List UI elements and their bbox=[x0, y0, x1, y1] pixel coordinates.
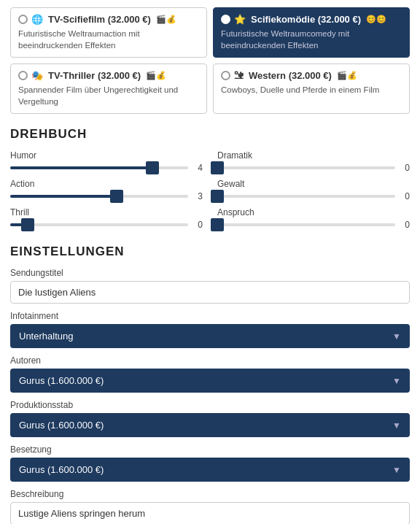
genre-card-scifiekomoedie[interactable]: ⭐Scifiekomödie (32.000 €) 😊😊Futuristisch… bbox=[213, 7, 410, 58]
genre-name-text: TV-Scifiefilm (32.000 €) bbox=[48, 14, 151, 25]
genre-card-western[interactable]: 🏜Western (32.000 €) 🎬💰Cowboys, Duelle un… bbox=[213, 63, 410, 114]
sliders-grid: Humor4Dramatik0Action3Gewalt0Thrill0Ansp… bbox=[10, 150, 410, 230]
genre-card-tv-scifi[interactable]: 🌐TV-Scifiefilm (32.000 €) 🎬💰Futuristisch… bbox=[10, 7, 207, 58]
genre-radio-dot bbox=[18, 71, 28, 80]
besetzung-field: Besetzung Gurus (1.600.000 €) ▼ bbox=[10, 444, 410, 482]
genre-description: Futuristische Weltraumcomedy mit beeindr… bbox=[221, 28, 402, 51]
slider-label: Dramatik bbox=[217, 150, 410, 161]
genre-name-text: Western (32.000 €) bbox=[249, 70, 332, 81]
genre-name-text: TV-Thriller (32.000 €) bbox=[48, 70, 141, 81]
genre-radio-dot bbox=[221, 15, 230, 24]
slider-value: 0 bbox=[401, 220, 410, 230]
slider-track[interactable] bbox=[10, 166, 188, 169]
sendungstitel-label: Sendungstitel bbox=[10, 268, 410, 278]
beschreibung-label: Beschreibung bbox=[10, 489, 410, 499]
genre-icon: 🌐 bbox=[31, 14, 43, 25]
slider-row-gewalt: Gewalt0 bbox=[217, 179, 410, 201]
slider-row-thrill: Thrill0 bbox=[10, 207, 203, 230]
autoren-chevron-icon: ▼ bbox=[392, 376, 401, 386]
slider-fill bbox=[10, 166, 152, 169]
sendungstitel-field: Sendungstitel bbox=[10, 268, 410, 304]
infotainment-select[interactable]: Unterhaltung ▼ bbox=[10, 324, 410, 348]
infotainment-value: Unterhaltung bbox=[19, 331, 73, 342]
genre-extra-icons: 🎬💰 bbox=[156, 15, 176, 24]
produktionsstab-label: Produktionsstab bbox=[10, 400, 410, 410]
genre-icon: 🎭 bbox=[31, 70, 43, 81]
beschreibung-field: Beschreibung bbox=[10, 489, 410, 524]
slider-thumb[interactable] bbox=[110, 190, 123, 203]
slider-label: Thrill bbox=[10, 207, 203, 217]
genre-extra-icons: 🎬💰 bbox=[146, 71, 166, 80]
slider-fill bbox=[10, 195, 117, 198]
drehbuch-section: DREHBUCH Humor4Dramatik0Action3Gewalt0Th… bbox=[10, 127, 410, 230]
beschreibung-input[interactable] bbox=[10, 502, 410, 524]
genre-card-header: 🏜Western (32.000 €) 🎬💰 bbox=[221, 70, 402, 81]
autoren-value: Gurus (1.600.000 €) bbox=[19, 375, 104, 386]
genre-radio-dot bbox=[18, 15, 28, 24]
infotainment-label: Infotainment bbox=[10, 311, 410, 321]
slider-row-humor: Humor4 bbox=[10, 150, 203, 173]
slider-value: 0 bbox=[401, 163, 410, 173]
produktionsstab-chevron-icon: ▼ bbox=[392, 420, 401, 431]
genre-icon: ⭐ bbox=[234, 14, 246, 25]
slider-container: 0 bbox=[10, 220, 203, 230]
besetzung-label: Besetzung bbox=[10, 444, 410, 455]
infotainment-chevron-icon: ▼ bbox=[392, 331, 401, 342]
genre-description: Futuristische Weltraumaction mit beeindr… bbox=[18, 28, 199, 51]
slider-label: Anspruch bbox=[217, 207, 410, 217]
slider-container: 0 bbox=[217, 191, 410, 201]
slider-container: 0 bbox=[217, 163, 410, 173]
slider-label: Gewalt bbox=[217, 179, 410, 189]
genre-card-header: 🌐TV-Scifiefilm (32.000 €) 🎬💰 bbox=[18, 14, 199, 25]
genre-grid: 🌐TV-Scifiefilm (32.000 €) 🎬💰Futuristisch… bbox=[10, 7, 410, 114]
slider-thumb[interactable] bbox=[211, 190, 224, 203]
genre-card-header: 🎭TV-Thriller (32.000 €) 🎬💰 bbox=[18, 70, 199, 81]
besetzung-select[interactable]: Gurus (1.600.000 €) ▼ bbox=[10, 458, 410, 482]
slider-value: 3 bbox=[194, 191, 203, 201]
sendungstitel-input[interactable] bbox=[10, 281, 410, 304]
genre-card-tv-thriller[interactable]: 🎭TV-Thriller (32.000 €) 🎬💰Spannender Fil… bbox=[10, 63, 207, 114]
slider-value: 0 bbox=[401, 191, 410, 201]
infotainment-field: Infotainment Unterhaltung ▼ bbox=[10, 311, 410, 348]
produktionsstab-field: Produktionsstab Gurus (1.600.000 €) ▼ bbox=[10, 400, 410, 437]
slider-row-dramatik: Dramatik0 bbox=[217, 150, 410, 173]
slider-track[interactable] bbox=[217, 223, 395, 226]
genre-radio-dot bbox=[221, 71, 230, 80]
drehbuch-title: DREHBUCH bbox=[10, 127, 410, 142]
slider-track[interactable] bbox=[217, 195, 395, 198]
genre-card-header: ⭐Scifiekomödie (32.000 €) 😊😊 bbox=[221, 14, 402, 25]
slider-label: Humor bbox=[10, 150, 203, 161]
slider-value: 4 bbox=[194, 163, 203, 173]
slider-thumb[interactable] bbox=[146, 161, 159, 174]
besetzung-value: Gurus (1.600.000 €) bbox=[19, 464, 104, 475]
produktionsstab-select[interactable]: Gurus (1.600.000 €) ▼ bbox=[10, 413, 410, 437]
slider-thumb[interactable] bbox=[211, 218, 224, 231]
slider-track[interactable] bbox=[10, 195, 188, 198]
slider-row-action: Action3 bbox=[10, 179, 203, 201]
genre-extra-icons: 🎬💰 bbox=[337, 71, 357, 80]
einstellungen-title: EINSTELLUNGEN bbox=[10, 244, 410, 259]
slider-thumb[interactable] bbox=[21, 218, 34, 231]
genre-description: Spannender Film über Ungerechtigkeit und… bbox=[18, 84, 199, 107]
genre-icon: 🏜 bbox=[234, 70, 244, 81]
genre-extra-icons: 😊😊 bbox=[366, 15, 386, 24]
genre-description: Cowboys, Duelle und Pferde in einem Film bbox=[221, 84, 402, 96]
slider-row-anspruch: Anspruch0 bbox=[217, 207, 410, 230]
autoren-label: Autoren bbox=[10, 355, 410, 366]
autoren-field: Autoren Gurus (1.600.000 €) ▼ bbox=[10, 355, 410, 393]
slider-value: 0 bbox=[194, 220, 203, 230]
slider-track[interactable] bbox=[217, 166, 395, 169]
slider-label: Action bbox=[10, 179, 203, 189]
genre-name-text: Scifiekomödie (32.000 €) bbox=[251, 14, 361, 25]
slider-container: 0 bbox=[217, 220, 410, 230]
slider-container: 4 bbox=[10, 163, 203, 173]
produktionsstab-value: Gurus (1.600.000 €) bbox=[19, 420, 104, 431]
slider-thumb[interactable] bbox=[211, 161, 224, 174]
einstellungen-section: EINSTELLUNGEN Sendungstitel Infotainment… bbox=[10, 244, 410, 524]
slider-track[interactable] bbox=[10, 223, 188, 226]
besetzung-chevron-icon: ▼ bbox=[392, 465, 401, 475]
autoren-select[interactable]: Gurus (1.600.000 €) ▼ bbox=[10, 369, 410, 393]
slider-container: 3 bbox=[10, 191, 203, 201]
